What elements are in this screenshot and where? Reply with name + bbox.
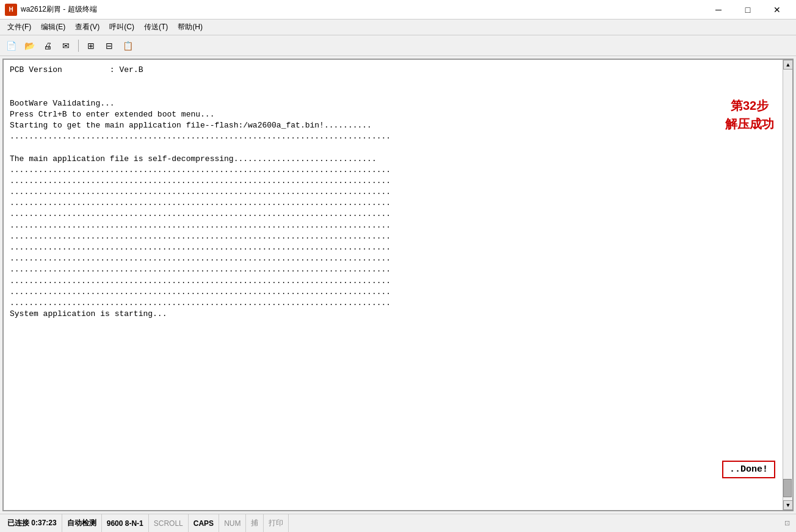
- menu-bar: 文件(F) 编辑(E) 查看(V) 呼叫(C) 传送(T) 帮助(H): [0, 20, 796, 35]
- maximize-button[interactable]: □: [734, 0, 762, 20]
- status-bar: 已连接 0:37:23 自动检测 9600 8-N-1 SCROLL CAPS …: [0, 514, 796, 532]
- toolbar-separator: [78, 40, 79, 52]
- status-print: 打印: [264, 514, 289, 532]
- status-num: NUM: [219, 514, 246, 532]
- done-badge: ..Done!: [722, 461, 775, 478]
- terminal-inner: PCB Version : Ver.B BootWare Validating.…: [4, 60, 792, 510]
- toolbar-disconnect[interactable]: ⊟: [101, 38, 118, 54]
- close-button[interactable]: ✕: [763, 0, 791, 20]
- scroll-down-button[interactable]: ▼: [783, 500, 793, 510]
- toolbar: 📄 📂 🖨 ✉ ⊞ ⊟ 📋: [0, 35, 796, 56]
- main-area: PCB Version : Ver.B BootWare Validating.…: [0, 56, 796, 514]
- terminal-container[interactable]: PCB Version : Ver.B BootWare Validating.…: [2, 59, 794, 511]
- toolbar-print[interactable]: 🖨: [39, 38, 56, 54]
- scrollbar[interactable]: ▲ ▼: [783, 60, 792, 510]
- menu-file[interactable]: 文件(F): [2, 20, 36, 34]
- toolbar-new[interactable]: 📄: [2, 38, 20, 54]
- menu-call[interactable]: 呼叫(C): [104, 20, 139, 34]
- toolbar-connect[interactable]: ⊞: [82, 38, 100, 54]
- status-baud: 9600 8-N-1: [102, 514, 149, 532]
- toolbar-open[interactable]: 📂: [21, 38, 38, 54]
- title-bar: H wa2612刷胃 - 超级终端 ─ □ ✕: [0, 0, 796, 20]
- status-caps: CAPS: [189, 514, 219, 532]
- menu-view[interactable]: 查看(V): [70, 20, 104, 34]
- scroll-thumb[interactable]: [783, 479, 792, 497]
- menu-transfer[interactable]: 传送(T): [139, 20, 173, 34]
- status-detection: 自动检测: [62, 514, 102, 532]
- annotation-text: 第32步 解压成功: [725, 96, 774, 133]
- toolbar-cut[interactable]: ✉: [57, 38, 74, 54]
- app-icon: H: [5, 4, 17, 16]
- status-resize: ⊡: [784, 519, 794, 527]
- toolbar-properties[interactable]: 📋: [119, 38, 136, 54]
- menu-help[interactable]: 帮助(H): [173, 20, 208, 34]
- scroll-up-button[interactable]: ▲: [783, 60, 793, 70]
- status-capture: 捕: [246, 514, 264, 532]
- scroll-track: [783, 70, 792, 500]
- minimize-button[interactable]: ─: [704, 0, 733, 20]
- status-connection: 已连接 0:37:23: [2, 514, 62, 532]
- status-scroll: SCROLL: [149, 514, 189, 532]
- terminal-output: PCB Version : Ver.B BootWare Validating.…: [10, 65, 786, 320]
- window-controls: ─ □ ✕: [704, 0, 791, 20]
- window-title: wa2612刷胃 - 超级终端: [21, 4, 704, 15]
- menu-edit[interactable]: 编辑(E): [36, 20, 70, 34]
